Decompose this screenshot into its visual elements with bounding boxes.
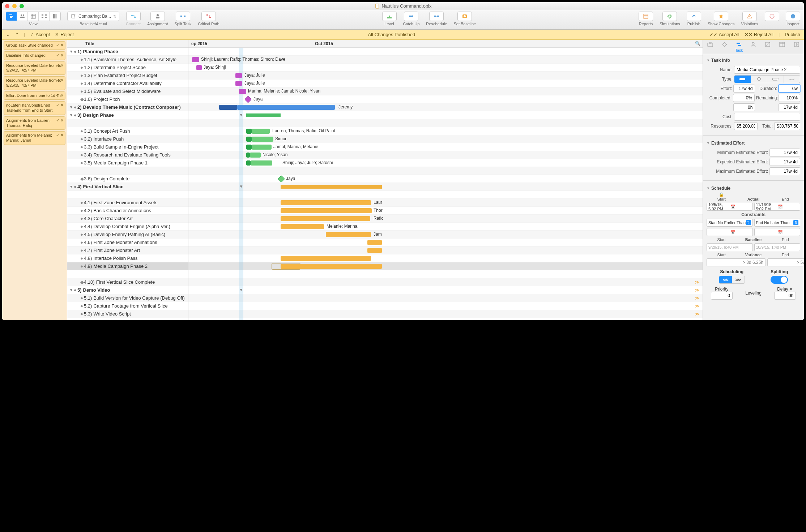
accept-change-button[interactable]: ✓ Accept <box>30 32 50 37</box>
outline-row[interactable]: ● 4.1)First Zone Environment Assets <box>67 199 188 207</box>
calendar-icon[interactable]: 📅 <box>730 205 751 209</box>
gantt-row[interactable]: Jam <box>188 231 703 239</box>
outline-row[interactable]: ▼● 2)Develop Theme Music (Contract Compo… <box>67 103 188 111</box>
outline-row[interactable]: ● 1.2)Determine Project Scope <box>67 64 188 72</box>
outline-row[interactable]: ◆ 4.10)First Vertical Slice Complete <box>67 278 188 286</box>
outline-row[interactable]: ● 4.6)First Zone Monster Animations <box>67 239 188 246</box>
actual-end-field[interactable]: 11/16/15, 5:02 PM📅 <box>754 203 801 211</box>
expected-effort-field[interactable] <box>769 158 800 166</box>
outline-row[interactable]: ● 4.2)Basic Character Animations <box>67 207 188 215</box>
outline-row[interactable]: ▼● 5)Demo Video <box>67 286 188 294</box>
end-constraint-select[interactable]: End No Later Than⇅ <box>754 219 801 227</box>
outline-row[interactable]: ● 3.1)Concept Art Push <box>67 127 188 135</box>
inspect-button[interactable]: i <box>786 12 800 21</box>
simulations-button[interactable] <box>662 12 677 21</box>
reschedule-button[interactable] <box>429 12 444 21</box>
assignment-button[interactable] <box>150 12 165 21</box>
reports-button[interactable] <box>639 12 653 21</box>
outline-row[interactable]: ● 4.4)Develop Combat Engine (Alpha Ver.) <box>67 223 188 231</box>
gantt-row[interactable]: Lauren; Thomas; Rafiq; Oil Paint <box>188 127 703 135</box>
accept-all-button[interactable]: ✓✓ Accept All <box>709 32 739 37</box>
total-cost-field[interactable] <box>774 122 800 130</box>
outline-row[interactable]: ● 5.1)Build Version for Video Capture (D… <box>67 294 188 302</box>
outline-row[interactable]: ● 1.1)Brainstorm Themes, Audience, Art S… <box>67 56 188 64</box>
outline-row[interactable]: ● 3.5)Media Campaign Phase 1 <box>67 159 188 167</box>
outline-row[interactable]: ● 5.4)Edit Footage to Theme Music <box>67 318 188 320</box>
change-item[interactable]: Asignments from Lauren; Thomas; Rafiq✓ ✕ <box>4 116 65 130</box>
publish-changes-button[interactable]: Publish <box>785 32 800 37</box>
change-item[interactable]: noLaterThanConstrained TaskEnd from End … <box>4 101 65 115</box>
catch-up-button[interactable] <box>404 12 418 21</box>
constraint-start-date[interactable]: 📅 <box>707 228 753 236</box>
outline-row[interactable]: ● 5.3)Write Video Script <box>67 310 188 318</box>
network-view-button[interactable] <box>39 12 50 21</box>
gantt-row[interactable]: Shinji; Lauren; Rafiq; Thomas; Simon; Da… <box>188 56 703 64</box>
duration-field[interactable] <box>779 85 800 93</box>
gantt-row[interactable]: Marina; Melanie; Jamal; Nicole; Yisan <box>188 87 703 95</box>
outline-row[interactable]: ● 1.4)Determine Contractor Availability <box>67 80 188 87</box>
milestone-tab[interactable] <box>718 41 731 48</box>
delay-field[interactable] <box>774 292 796 300</box>
effort-remaining-field[interactable] <box>779 103 800 111</box>
outline-header-title[interactable]: Title <box>67 40 188 48</box>
gantt-row[interactable]: Shinji; Jaya; Julie; Satoshi <box>188 159 703 167</box>
gantt-row[interactable]: Jaya <box>188 95 703 103</box>
outline-row[interactable] <box>67 167 188 175</box>
outline-row[interactable]: ● 4.7)First Zone Monster Art <box>67 246 188 254</box>
constraint-end-date[interactable]: 📅 <box>754 228 801 236</box>
view-segment[interactable] <box>6 12 61 21</box>
outline-row[interactable]: ▼● 4)First Vertical Slice <box>67 183 188 191</box>
set-baseline-button[interactable] <box>457 12 472 21</box>
resource-view-button[interactable] <box>17 12 28 21</box>
critical-path-button[interactable] <box>201 12 216 21</box>
outline-row[interactable]: ◆ 1.6)Project Pitch <box>67 95 188 103</box>
change-item[interactable]: Baseline Info changed✓ ✕ <box>4 51 65 60</box>
gantt-row[interactable] <box>188 48 703 56</box>
gantt-row[interactable]: ≫ <box>188 278 703 286</box>
outline-row[interactable]: ● 4.3)Core Character Art <box>67 215 188 223</box>
resource-tab[interactable] <box>747 41 759 48</box>
estimated-effort-section[interactable]: Estimated Effort <box>707 139 800 147</box>
change-item[interactable]: Effort Done from none to 1d 4h✓ ✕ <box>4 91 65 100</box>
show-changes-button[interactable] <box>714 12 728 21</box>
reject-change-button[interactable]: ✕ Reject <box>55 32 74 37</box>
close-icon[interactable] <box>5 4 9 8</box>
gantt-row[interactable] <box>188 191 703 199</box>
chevron-up-icon[interactable]: ⌃ <box>15 32 19 37</box>
scheduling-direction[interactable]: ⋘ ⋙ <box>719 276 745 284</box>
gantt-row[interactable] <box>188 119 703 127</box>
change-item[interactable]: Asignments from Melanie; Marina; Jamal✓ … <box>4 131 65 145</box>
gantt-row[interactable]: ▼ <box>188 183 703 191</box>
gantt-row[interactable]: Jaya; Shinji <box>188 64 703 72</box>
attachments-tab[interactable] <box>790 41 803 48</box>
outline-row[interactable]: ● 1.5)Evaluate and Select Middleware <box>67 87 188 95</box>
chevron-down-icon[interactable]: ⌄ <box>6 32 10 37</box>
styles-tab[interactable] <box>762 41 774 48</box>
min-effort-field[interactable] <box>769 149 800 156</box>
gantt-row[interactable] <box>188 167 703 175</box>
outline-row[interactable]: ● 4.9)Media Campaign Phase 2 <box>67 262 188 270</box>
magnify-icon[interactable]: 🔍 <box>695 41 700 46</box>
compare-select[interactable]: Comparing: Ba... ⇅ <box>67 12 119 21</box>
priority-field[interactable] <box>711 292 733 300</box>
change-item[interactable]: Resource Leveled Date from to 9/24/15, 4… <box>4 61 65 75</box>
stop-button[interactable] <box>765 12 779 21</box>
gantt-row[interactable] <box>188 254 703 262</box>
gantt-timeline-header[interactable]: ep 2015 Oct 2015 🔍 <box>188 40 703 48</box>
effort-done-field[interactable] <box>733 103 755 111</box>
gantt-row[interactable]: ≫ <box>188 310 703 318</box>
cost-field[interactable] <box>734 113 800 121</box>
gantt-row[interactable]: Thor <box>188 207 703 215</box>
gantt-row[interactable] <box>188 246 703 254</box>
gantt-view-button[interactable] <box>6 12 17 21</box>
change-item[interactable]: Group Task Style changed✓ ✕ <box>4 41 65 50</box>
gantt-row[interactable]: Jaya; Julie <box>188 72 703 80</box>
task-type-segment[interactable] <box>734 75 800 83</box>
effort-field[interactable] <box>733 85 755 93</box>
calendar-icon[interactable]: 📅 <box>778 205 798 209</box>
gantt-row[interactable]: Simon <box>188 135 703 143</box>
outline-row[interactable] <box>67 119 188 127</box>
change-item[interactable]: Resource Leveled Date from to 9/25/15, 4… <box>4 76 65 90</box>
task-tab[interactable]: Task <box>733 41 745 52</box>
outline-row[interactable]: ◆ 3.6)Design Complete <box>67 175 188 183</box>
